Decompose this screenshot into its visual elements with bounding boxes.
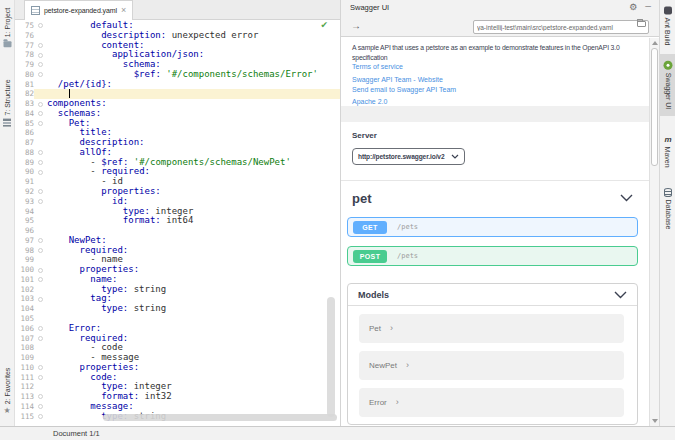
line-number: 109 xyxy=(15,353,34,363)
code-line[interactable]: 95 format: int64 xyxy=(15,216,340,226)
close-tab-icon[interactable]: × xyxy=(121,6,126,15)
stripe-item-maven[interactable]: mMaven xyxy=(660,127,675,176)
token: default: xyxy=(90,20,133,30)
editor-vertical-scrollbar[interactable] xyxy=(327,297,335,417)
ant-build-icon xyxy=(664,6,672,14)
fold-marker-icon[interactable] xyxy=(38,375,43,380)
line-number: 105 xyxy=(15,314,34,324)
fold-marker-icon[interactable] xyxy=(38,111,43,116)
line-number: 97 xyxy=(15,236,34,246)
fold-marker-icon[interactable] xyxy=(38,248,43,253)
fold-marker-icon[interactable] xyxy=(38,23,43,28)
fold-marker-icon[interactable] xyxy=(38,160,43,165)
stripe-item-swagger-ui[interactable]: Swagger UI xyxy=(660,54,675,116)
fold-marker-icon[interactable] xyxy=(38,189,43,194)
spec-path-input[interactable] xyxy=(473,20,649,34)
gutter-fold-region xyxy=(34,275,47,285)
fold-marker-icon[interactable] xyxy=(38,150,43,155)
operation-post-pets[interactable]: POST/pets xyxy=(347,246,638,266)
fold-marker-icon[interactable] xyxy=(38,62,43,67)
stripe-item-label: Maven xyxy=(664,146,671,167)
fold-marker-icon[interactable] xyxy=(38,365,43,370)
swagger-scrollbar[interactable] xyxy=(649,38,659,426)
stripe-item-ant-build[interactable]: Ant Build xyxy=(660,4,675,48)
token: - xyxy=(90,342,101,352)
model-newpet[interactable]: NewPet› xyxy=(359,351,624,380)
code-editor[interactable]: 75 default:76 description: unexpected er… xyxy=(15,20,340,426)
stripe-item-database[interactable]: Database xyxy=(660,181,675,236)
chevron-down-icon xyxy=(620,194,633,202)
fold-marker-icon[interactable] xyxy=(38,336,43,341)
inspections-ok-icon[interactable]: ✔ xyxy=(320,20,328,30)
fold-marker-icon[interactable] xyxy=(38,238,43,243)
gutter-fold-region xyxy=(34,89,47,99)
token: integer xyxy=(128,381,171,391)
structure-icon xyxy=(3,119,11,127)
fold-marker-icon[interactable] xyxy=(38,43,43,48)
hide-panel-icon[interactable]: ─ xyxy=(645,3,651,11)
gutter-fold-region xyxy=(34,99,47,109)
fold-marker-icon[interactable] xyxy=(38,53,43,58)
scroll-thumb[interactable] xyxy=(651,48,658,166)
fold-marker-icon[interactable] xyxy=(38,102,43,107)
model-error[interactable]: Error› xyxy=(359,388,624,417)
scroll-down-icon[interactable] xyxy=(652,419,658,423)
gutter-fold-region xyxy=(34,334,47,344)
stripe-item-structure[interactable]: 7: Structure xyxy=(0,70,14,136)
tag-title: pet xyxy=(352,191,372,206)
gutter-fold-region xyxy=(34,70,47,80)
gear-icon[interactable]: ⚙ xyxy=(629,3,637,12)
fold-marker-icon[interactable] xyxy=(38,170,43,175)
fold-marker-icon[interactable] xyxy=(38,326,43,331)
code-line[interactable]: 104 type: string xyxy=(15,304,340,314)
stripe-item-project[interactable]: 1: Project xyxy=(0,2,14,54)
line-number: 92 xyxy=(15,187,34,197)
scroll-up-icon[interactable] xyxy=(652,41,658,45)
line-number: 100 xyxy=(15,265,34,275)
chevron-right-icon: › xyxy=(390,324,393,333)
link-send-email-to-swagger-api-team[interactable]: Send email to Swagger API Team xyxy=(352,85,456,94)
line-number: 102 xyxy=(15,285,34,295)
fold-marker-icon[interactable] xyxy=(38,72,43,77)
fold-marker-icon[interactable] xyxy=(38,277,43,282)
gutter-fold-region xyxy=(34,314,47,324)
token: - xyxy=(101,176,112,186)
fold-marker-icon[interactable] xyxy=(38,199,43,204)
tag-section-pet[interactable]: pet xyxy=(352,187,633,209)
stripe-item-favorites[interactable]: ★2: Favorites xyxy=(0,358,14,424)
link-terms-of-service[interactable]: Terms of service xyxy=(352,62,456,71)
fold-marker-icon[interactable] xyxy=(38,121,43,126)
method-badge-get: GET xyxy=(353,221,387,234)
link-apache-2-0[interactable]: Apache 2.0 xyxy=(352,97,456,106)
navigate-arrow-icon[interactable]: → xyxy=(351,20,361,31)
gutter-fold-region xyxy=(34,373,47,383)
line-number: 80 xyxy=(15,70,34,80)
code-line[interactable]: 81 /pet/{id}: xyxy=(15,80,340,90)
gutter-fold-region xyxy=(34,216,47,226)
link-swagger-api-team-website[interactable]: Swagger API Team - Website xyxy=(352,75,456,84)
fold-marker-icon[interactable] xyxy=(38,268,43,273)
server-select[interactable]: http://petstore.swagger.io/v2 xyxy=(352,148,465,165)
model-rows: Pet›NewPet›Error› xyxy=(348,314,637,417)
operation-get-pets[interactable]: GET/pets xyxy=(347,217,638,237)
models-header[interactable]: Models xyxy=(348,284,637,306)
gutter-fold-region xyxy=(34,187,47,197)
fold-marker-icon[interactable] xyxy=(38,404,43,409)
token: type: xyxy=(101,303,128,313)
fold-marker-icon[interactable] xyxy=(38,414,43,419)
fold-marker-icon[interactable] xyxy=(38,394,43,399)
gutter-fold-region xyxy=(34,158,47,168)
tab-petstore-expanded-yaml[interactable]: petstore-expanded.yaml × xyxy=(24,0,133,20)
line-number: 103 xyxy=(15,294,34,304)
stripe-item-content: ★2: Favorites xyxy=(3,368,11,415)
status-bar: Document 1/1 xyxy=(0,426,675,440)
folder-icon[interactable] xyxy=(637,21,646,27)
line-number: 93 xyxy=(15,197,34,207)
gutter-fold-region xyxy=(34,207,47,217)
model-pet[interactable]: Pet› xyxy=(359,314,624,343)
token: code xyxy=(101,342,123,352)
line-number: 79 xyxy=(15,60,34,70)
fold-marker-icon[interactable] xyxy=(38,297,43,302)
token: components: xyxy=(47,98,107,108)
editor-horizontal-scrollbar[interactable] xyxy=(103,414,337,421)
